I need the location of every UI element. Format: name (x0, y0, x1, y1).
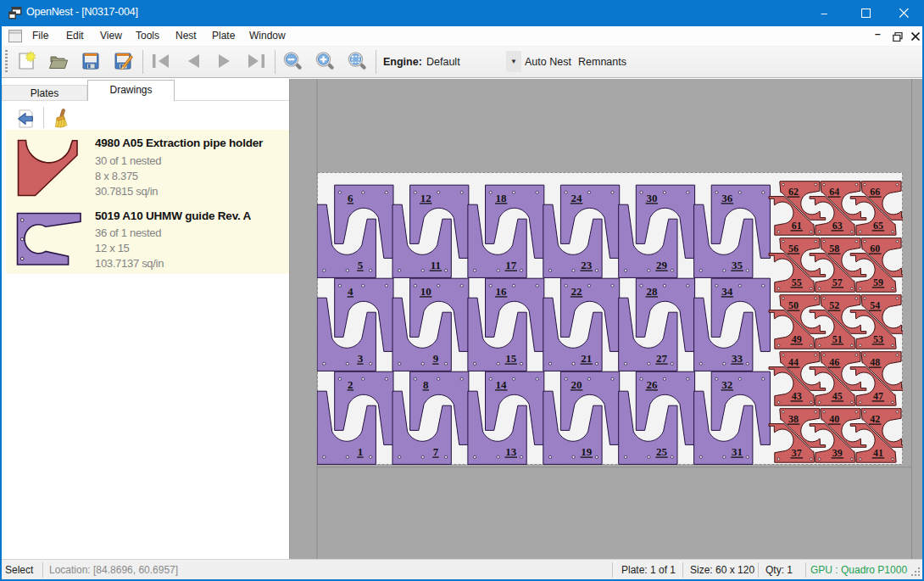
svg-text:56: 56 (788, 243, 799, 254)
svg-text:21: 21 (581, 352, 592, 365)
svg-text:39: 39 (832, 447, 843, 459)
svg-text:1: 1 (358, 445, 364, 458)
svg-text:16: 16 (496, 285, 508, 298)
svg-text:44: 44 (788, 356, 799, 368)
svg-text:24: 24 (571, 192, 583, 204)
svg-text:7: 7 (433, 445, 439, 458)
svg-text:40: 40 (829, 413, 839, 425)
svg-text:28: 28 (646, 285, 658, 298)
svg-text:25: 25 (656, 445, 668, 458)
svg-text:2: 2 (348, 378, 353, 391)
svg-text:43: 43 (792, 390, 802, 402)
svg-text:47: 47 (873, 390, 883, 402)
svg-text:41: 41 (873, 447, 883, 459)
svg-text:59: 59 (873, 277, 883, 288)
svg-text:18: 18 (496, 192, 508, 204)
svg-text:17: 17 (505, 259, 517, 271)
svg-text:66: 66 (870, 186, 880, 198)
svg-text:64: 64 (829, 186, 839, 198)
svg-text:65: 65 (873, 220, 883, 232)
svg-text:63: 63 (832, 220, 843, 232)
svg-text:33: 33 (732, 352, 743, 365)
svg-text:12: 12 (420, 192, 431, 204)
svg-text:13: 13 (505, 445, 517, 458)
svg-text:10: 10 (420, 285, 431, 298)
svg-text:31: 31 (732, 445, 743, 458)
svg-text:57: 57 (832, 277, 843, 288)
svg-text:38: 38 (788, 413, 799, 425)
svg-text:54: 54 (870, 299, 880, 311)
svg-text:9: 9 (433, 352, 439, 365)
svg-text:58: 58 (829, 243, 839, 254)
svg-text:8: 8 (423, 378, 429, 391)
svg-text:37: 37 (792, 447, 802, 459)
svg-text:36: 36 (721, 192, 733, 204)
svg-text:46: 46 (829, 356, 839, 368)
svg-text:30: 30 (646, 192, 657, 204)
svg-text:61: 61 (792, 220, 802, 232)
svg-text:50: 50 (788, 299, 799, 311)
svg-text:23: 23 (581, 259, 593, 271)
svg-text:49: 49 (792, 333, 802, 345)
svg-text:27: 27 (656, 352, 668, 365)
svg-text:22: 22 (571, 285, 582, 298)
svg-text:42: 42 (870, 413, 880, 425)
svg-text:55: 55 (792, 277, 802, 288)
svg-text:15: 15 (505, 352, 517, 365)
svg-text:4: 4 (348, 285, 353, 298)
svg-text:53: 53 (873, 333, 883, 345)
svg-text:51: 51 (832, 333, 843, 345)
svg-text:45: 45 (832, 390, 843, 402)
svg-text:20: 20 (571, 378, 582, 391)
svg-text:35: 35 (732, 259, 743, 271)
svg-text:19: 19 (581, 445, 593, 458)
svg-text:62: 62 (788, 186, 799, 198)
svg-text:11: 11 (431, 259, 441, 271)
svg-text:48: 48 (870, 356, 880, 368)
svg-text:3: 3 (358, 352, 364, 365)
svg-text:26: 26 (646, 378, 658, 391)
svg-text:14: 14 (496, 378, 508, 391)
svg-text:34: 34 (721, 285, 733, 298)
svg-text:6: 6 (348, 192, 353, 204)
svg-text:5: 5 (358, 259, 364, 271)
svg-text:60: 60 (870, 243, 880, 254)
svg-text:29: 29 (656, 259, 668, 271)
svg-text:32: 32 (721, 378, 732, 391)
svg-text:52: 52 (829, 299, 839, 311)
